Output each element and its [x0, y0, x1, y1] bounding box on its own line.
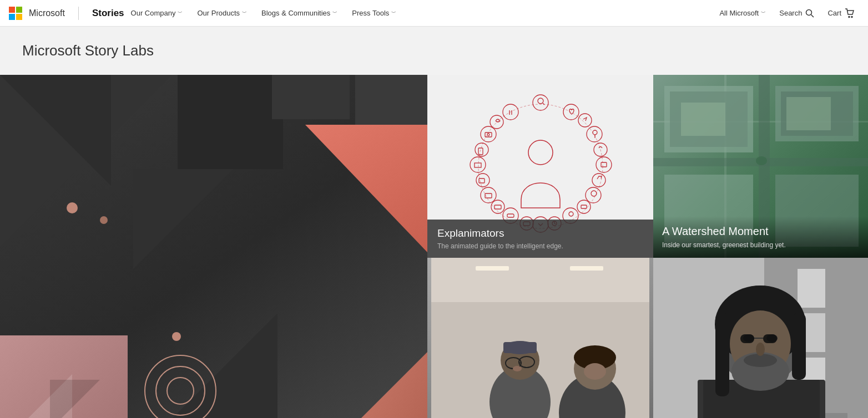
svg-point-32 — [591, 191, 597, 196]
portrait-card[interactable] — [653, 258, 868, 418]
logo-yellow — [16, 14, 22, 20]
hero-card[interactable] — [0, 75, 427, 418]
search-icon — [805, 9, 814, 18]
main-nav: Microsoft Stories Our Company ﹀ Our Prod… — [0, 0, 868, 27]
explanimators-subtitle: The animated guide to the intelligent ed… — [437, 242, 643, 250]
chevron-down-icon: ﹀ — [178, 9, 183, 17]
cart-icon — [845, 8, 855, 18]
geo-shape-8 — [316, 352, 427, 418]
svg-rect-99 — [825, 413, 847, 418]
ms-logo-icon — [9, 7, 22, 20]
chevron-down-icon: ﹀ — [242, 9, 247, 17]
svg-point-9 — [586, 187, 601, 203]
explanimators-title: Explanimators — [437, 227, 643, 239]
svg-point-0 — [806, 9, 812, 15]
photo-svg — [427, 258, 653, 418]
concentric-inner — [166, 377, 194, 405]
svg-rect-47 — [479, 179, 485, 183]
dot-1 — [67, 202, 78, 213]
ms-wordmark: Microsoft — [29, 8, 65, 18]
search-button[interactable]: Search — [775, 9, 819, 18]
site-brand: Stories — [92, 8, 124, 19]
svg-rect-48 — [478, 148, 483, 155]
page-title-bar: Microsoft Story Labs — [0, 27, 868, 75]
watershed-subtitle: Inside our smartest, greenest building y… — [662, 241, 859, 249]
nav-link-press-tools[interactable]: Press Tools ﹀ — [345, 0, 403, 27]
chevron-down-icon: ﹀ — [391, 9, 396, 17]
svg-rect-89 — [792, 313, 806, 380]
photo-image — [427, 258, 653, 418]
logo-green — [16, 7, 22, 13]
svg-point-14 — [470, 157, 486, 172]
geo-tri-2 — [50, 380, 100, 418]
svg-point-29 — [593, 130, 597, 135]
svg-rect-31 — [601, 162, 607, 167]
svg-rect-60 — [786, 97, 831, 130]
svg-line-28 — [543, 103, 544, 105]
nav-link-blogs[interactable]: Blogs & Communities ﹀ — [255, 0, 344, 27]
svg-rect-80 — [798, 269, 825, 308]
svg-point-19 — [592, 174, 605, 187]
content-grid: Explanimators The animated guide to the … — [0, 75, 868, 418]
svg-rect-96 — [763, 334, 777, 343]
watershed-title: A Watershed Moment — [662, 225, 859, 238]
watershed-card[interactable]: A Watershed Moment Inside our smartest, … — [653, 75, 868, 258]
svg-rect-35 — [485, 193, 492, 198]
svg-point-72 — [513, 366, 522, 371]
svg-point-24 — [476, 174, 489, 187]
svg-point-3 — [851, 16, 852, 17]
portrait-svg — [653, 258, 868, 418]
svg-point-58 — [756, 156, 767, 165]
svg-point-6 — [563, 104, 579, 120]
svg-rect-88 — [715, 313, 729, 396]
dot-2 — [172, 332, 181, 341]
microsoft-logo-link[interactable]: Microsoft Stories — [9, 7, 124, 20]
svg-rect-36 — [475, 163, 481, 167]
nav-links: Our Company ﹀ Our Products ﹀ Blogs & Com… — [124, 0, 715, 27]
nav-link-our-company[interactable]: Our Company ﹀ — [124, 0, 190, 27]
svg-rect-34 — [507, 214, 514, 217]
svg-rect-59 — [681, 103, 725, 136]
svg-point-49 — [478, 104, 603, 228]
svg-rect-63 — [476, 266, 509, 271]
svg-point-4 — [528, 140, 553, 165]
svg-rect-64 — [570, 266, 603, 271]
svg-line-1 — [811, 14, 814, 17]
page-title: Microsoft Story Labs — [22, 42, 846, 59]
geo-shape-4 — [355, 75, 427, 125]
watershed-overlay: A Watershed Moment Inside our smartest, … — [653, 216, 868, 258]
geo-shape-3 — [305, 125, 427, 252]
svg-rect-46 — [494, 205, 501, 209]
logo-blue — [9, 14, 15, 20]
explanimators-card[interactable]: Explanimators The animated guide to the … — [427, 75, 653, 258]
svg-point-98 — [756, 343, 765, 356]
svg-point-33 — [569, 212, 573, 216]
explanimators-overlay: Explanimators The animated guide to the … — [427, 220, 653, 258]
cart-button[interactable]: Cart — [823, 8, 859, 18]
nav-right: All Microsoft ﹀ Search Cart — [715, 8, 859, 18]
svg-rect-41 — [581, 205, 587, 208]
svg-point-5 — [533, 95, 548, 110]
svg-line-71 — [519, 363, 521, 363]
photo-card[interactable] — [427, 258, 653, 418]
chevron-down-icon: ﹀ — [332, 9, 337, 17]
portrait-image — [653, 258, 868, 418]
svg-point-8 — [596, 157, 612, 172]
svg-point-17 — [578, 114, 592, 127]
svg-point-7 — [587, 126, 602, 142]
nav-divider — [78, 7, 79, 20]
geo-shape-5 — [133, 169, 233, 269]
dot-3 — [100, 216, 108, 224]
all-microsoft-dropdown[interactable]: All Microsoft ﹀ — [715, 9, 770, 17]
svg-point-27 — [538, 98, 543, 104]
svg-point-20 — [577, 200, 591, 213]
nav-link-our-products[interactable]: Our Products ﹀ — [190, 0, 254, 27]
top-block — [178, 75, 283, 169]
svg-point-76 — [584, 363, 606, 380]
chevron-down-icon: ﹀ — [761, 9, 766, 17]
svg-rect-62 — [431, 258, 649, 302]
svg-point-15 — [481, 126, 496, 142]
svg-point-2 — [849, 16, 850, 17]
logo-red — [9, 7, 15, 13]
svg-rect-95 — [740, 334, 754, 343]
